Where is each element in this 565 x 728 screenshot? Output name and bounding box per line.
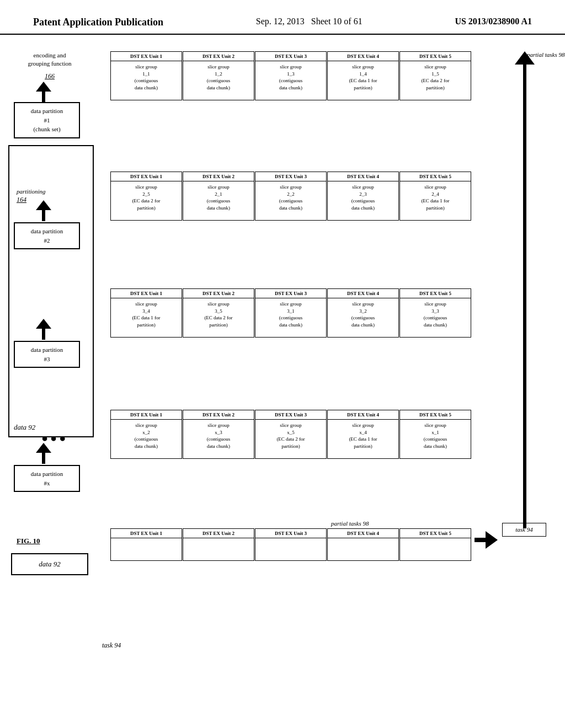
unit-box: DST EX Unit 4slice group2_3(contiguousda… [327,172,399,221]
unit-body: slice group3_2(contiguousdata chunk) [328,298,398,337]
page-header: Patent Application Publication Sep. 12, … [0,0,565,35]
partial-unit-box: DST EX Unit 3 [255,528,327,561]
publication-title: Patent Application Publication [33,17,163,28]
publication-date: Sep. 12, 2013 Sheet 10 of 61 [256,17,363,26]
data-box: data 92 [11,553,88,575]
unit-header: DST EX Unit 5 [400,529,471,538]
unit-header: DST EX Unit 2 [183,172,254,181]
unit-box: DST EX Unit 3slice group2_2(contiguousda… [255,172,327,221]
unit-box: DST EX Unit 2slice groupx_3(contiguousda… [183,410,254,459]
unit-box: DST EX Unit 3slice groupx_5(EC data 2 fo… [255,410,327,459]
unit-box: DST EX Unit 5slice group1_5(EC data 2 fo… [399,51,471,100]
unit-body: slice groupx_2(contiguousdata chunk) [111,420,182,458]
unit-body: slice group1_4(EC data 1 forpartition) [328,61,398,100]
unit-body [328,538,398,560]
data-partition-box: data partition#x [14,465,80,492]
unit-body: slice groupx_3(contiguousdata chunk) [183,420,254,458]
unit-box: DST EX Unit 4slice group3_2(contiguousda… [327,288,399,338]
unit-header: DST EX Unit 4 [328,289,398,298]
unit-body: slice group2_2(contiguousdata chunk) [255,181,326,220]
unit-header: DST EX Unit 1 [111,529,182,538]
unit-box: DST EX Unit 3slice group1_3(contiguousda… [255,51,327,100]
encoding-num: 166 [17,72,83,81]
unit-body: slice group1_5(EC data 2 forpartition) [400,61,471,100]
unit-body: slice groupx_5(EC data 2 forpartition) [255,420,326,458]
unit-body: slice group1_3(contiguousdata chunk) [255,61,326,100]
unit-header: DST EX Unit 1 [111,289,182,298]
unit-header: DST EX Unit 5 [400,289,471,298]
unit-box: DST EX Unit 1slice groupx_2(contiguousda… [110,410,182,459]
unit-body: slice group1_2(contiguousdata chunk) [183,61,254,100]
unit-body: slice group2_3(contiguousdata chunk) [328,181,398,220]
fig-label: FIG. 10 [17,537,40,545]
unit-header: DST EX Unit 5 [400,172,471,181]
unit-box: DST EX Unit 5slice group2_4(EC data 1 fo… [399,172,471,221]
unit-header: DST EX Unit 4 [328,410,398,420]
unit-body: slice groupx_4(EC data 1 forpartition) [328,420,398,458]
unit-box: DST EX Unit 1slice group2_5(EC data 2 fo… [110,172,182,221]
data-partition-box: data partition#1(chunk set) [14,102,80,138]
unit-header: DST EX Unit 1 [111,172,182,181]
unit-body: slice groupx_1(contiguousdata chunk) [400,420,471,458]
unit-header: DST EX Unit 4 [328,529,398,538]
unit-box: DST EX Unit 5slice groupx_1(contiguousda… [399,410,471,459]
partial-unit-box: DST EX Unit 4 [327,528,399,561]
unit-box: DST EX Unit 1slice group3_4(EC data 1 fo… [110,288,182,338]
task-label: task 94 [102,641,121,650]
unit-header: DST EX Unit 4 [328,52,398,61]
partial-unit-box: DST EX Unit 5 [399,528,471,561]
unit-header: DST EX Unit 5 [400,52,471,61]
unit-header: DST EX Unit 2 [183,52,254,61]
partial-unit-box: DST EX Unit 1 [110,528,182,561]
unit-body [111,538,182,560]
unit-body [255,538,326,560]
unit-box: DST EX Unit 4slice group1_4(EC data 1 fo… [327,51,399,100]
unit-header: DST EX Unit 2 [183,410,254,420]
unit-body: slice group3_3(contiguousdata chunk) [400,298,471,337]
unit-box: DST EX Unit 2slice group2_1(contiguousda… [183,172,254,221]
unit-header: DST EX Unit 3 [255,289,326,298]
unit-header: DST EX Unit 3 [255,172,326,181]
unit-body: slice group2_4(EC data 1 forpartition) [400,181,471,220]
unit-body: slice group3_4(EC data 1 forpartition) [111,298,182,337]
unit-header: DST EX Unit 2 [183,529,254,538]
arrow-up [36,82,51,103]
unit-body: slice group1_1(contiguousdata chunk) [111,61,182,100]
unit-header: DST EX Unit 1 [111,52,182,61]
unit-header: DST EX Unit 2 [183,289,254,298]
encoding-label: encoding andgrouping function [17,51,83,68]
arrow-up [36,443,51,464]
unit-box: DST EX Unit 2slice group1_2(contiguousda… [183,51,254,100]
unit-header: DST EX Unit 3 [255,529,326,538]
unit-body: slice group3_5(EC data 2 forpartition) [183,298,254,337]
unit-body: slice group2_1(contiguousdata chunk) [183,181,254,220]
data-92-box: data 92 [8,145,94,437]
unit-header: DST EX Unit 3 [255,52,326,61]
unit-box: DST EX Unit 5slice group3_3(contiguousda… [399,288,471,338]
unit-header: DST EX Unit 5 [400,410,471,420]
unit-box: DST EX Unit 4slice groupx_4(EC data 1 fo… [327,410,399,459]
main-content: encoding andgrouping function166data par… [0,35,565,708]
partial-tasks-label: partial tasks 98 [331,520,369,527]
unit-box: DST EX Unit 1slice group1_1(contiguousda… [110,51,182,100]
unit-body: slice group2_5(EC data 2 forpartition) [111,181,182,220]
big-arrow-right [475,531,498,549]
partial-unit-box: DST EX Unit 2 [183,528,254,561]
right-big-arrow [515,51,535,528]
unit-box: DST EX Unit 3slice group3_1(contiguousda… [255,288,327,338]
unit-header: DST EX Unit 3 [255,410,326,420]
unit-box: DST EX Unit 2slice group3_5(EC data 2 fo… [183,288,254,338]
unit-body: slice group3_1(contiguousdata chunk) [255,298,326,337]
partial-tasks-98: partial tasks 98 [527,51,564,58]
unit-header: DST EX Unit 1 [111,410,182,420]
unit-header: DST EX Unit 4 [328,172,398,181]
unit-body [400,538,471,560]
unit-body [183,538,254,560]
patent-number: US 2013/0238900 A1 [455,17,532,26]
